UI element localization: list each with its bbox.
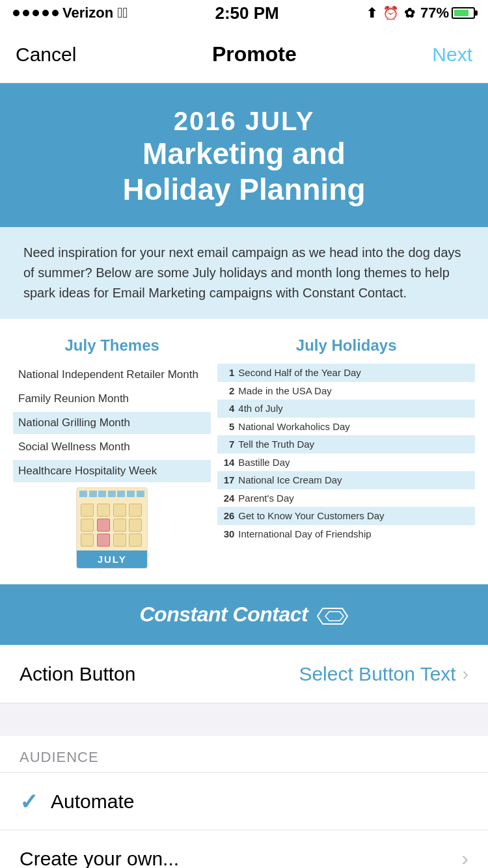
wifi-icon: ﹢⃝ — [117, 5, 128, 21]
status-bar: Verizon ﹢⃝ 2:50 PM ⬆ ⏰ ✿ 77% — [0, 0, 488, 26]
email-subtitle-line1: Marketing and — [142, 137, 346, 170]
signal-dots — [13, 10, 59, 16]
action-button-row[interactable]: Action Button Select Button Text › — [0, 645, 488, 703]
cc-footer: Constant Contact — [0, 584, 488, 645]
cc-logo: Constant Contact — [18, 603, 470, 627]
carrier-label: Verizon — [62, 5, 113, 21]
page-title: Promote — [212, 42, 297, 66]
email-preview: 2016 JULY Marketing and Holiday Planning… — [0, 83, 488, 645]
list-item: Social Wellness Month — [13, 436, 211, 458]
battery-fill — [454, 10, 468, 16]
battery-container: 77% — [420, 5, 475, 21]
list-item: 7 Tell the Truth Day — [217, 435, 475, 454]
automate-row[interactable]: ✓ Automate — [0, 773, 488, 830]
select-button-text[interactable]: Select Button Text — [299, 663, 455, 685]
list-item: Family Reunion Month — [13, 388, 211, 410]
list-item: 14 Bastille Day — [217, 454, 475, 472]
calendar: JULY — [76, 487, 148, 569]
checkmark-icon: ✓ — [20, 789, 38, 815]
calendar-wrapper: JULY — [13, 487, 211, 569]
list-item: Healthcare Hospitality Week — [13, 460, 211, 482]
list-item: 17 National Ice Cream Day — [217, 471, 475, 489]
email-intro: Need inspiration for your next email cam… — [0, 227, 488, 321]
themes-column: July Themes National Independent Retaile… — [13, 336, 211, 569]
cc-logo-text: Constant Contact — [139, 603, 308, 626]
cc-logo-mark — [316, 607, 349, 625]
create-own-row[interactable]: Create your own... › — [0, 830, 488, 868]
calendar-month: JULY — [77, 550, 147, 568]
audience-section: AUDIENCE ✓ Automate Create your own... › — [0, 736, 488, 868]
audience-heading: AUDIENCE — [0, 736, 488, 773]
email-header-subtitle: Marketing and Holiday Planning — [26, 136, 462, 208]
battery-pct: 77% — [420, 5, 449, 21]
email-content: July Themes National Independent Retaile… — [0, 321, 488, 584]
list-item: National Grilling Month — [13, 412, 211, 434]
chevron-right-icon: › — [463, 664, 468, 685]
next-button[interactable]: Next — [432, 44, 472, 66]
calendar-top — [77, 488, 147, 500]
clock-icon: ⏰ — [383, 5, 399, 21]
action-button-value[interactable]: Select Button Text › — [299, 663, 468, 685]
status-right: ⬆ ⏰ ✿ 77% — [366, 5, 475, 21]
create-own-label: Create your own... — [20, 848, 179, 868]
cancel-button[interactable]: Cancel — [16, 44, 76, 66]
section-separator — [0, 703, 488, 736]
holidays-column: July Holidays 1 Second Half of the Year … — [217, 336, 475, 569]
holidays-heading: July Holidays — [217, 336, 475, 355]
nav-bar: Cancel Promote Next — [0, 26, 488, 83]
chevron-right-icon: › — [461, 847, 468, 868]
list-item: 2 Made in the USA Day — [217, 382, 475, 400]
automate-label: Automate — [51, 791, 134, 813]
status-left: Verizon ﹢⃝ — [13, 5, 128, 21]
email-subtitle-line2: Holiday Planning — [122, 172, 365, 206]
email-header-year: 2016 JULY — [26, 107, 462, 136]
location-icon: ⬆ — [366, 5, 377, 21]
svg-marker-1 — [325, 612, 344, 621]
list-item: 1 Second Half of the Year Day — [217, 364, 475, 382]
list-item: 26 Get to Know Your Customers Day — [217, 507, 475, 525]
themes-list: National Independent Retailer Month Fami… — [13, 364, 211, 482]
time-label: 2:50 PM — [215, 3, 279, 23]
list-item: 5 National Workaholics Day — [217, 418, 475, 436]
calendar-grid — [77, 500, 147, 550]
list-item: 4 4th of July — [217, 400, 475, 418]
holidays-list: 1 Second Half of the Year Day 2 Made in … — [217, 364, 475, 543]
list-item: National Independent Retailer Month — [13, 364, 211, 386]
bluetooth-icon: ✿ — [404, 5, 415, 21]
list-item: 30 International Day of Friendship — [217, 525, 475, 543]
themes-heading: July Themes — [13, 336, 211, 355]
email-header: 2016 JULY Marketing and Holiday Planning — [0, 83, 488, 227]
battery-icon — [452, 7, 475, 19]
list-item: 24 Parent's Day — [217, 489, 475, 508]
action-button-label: Action Button — [20, 663, 135, 685]
